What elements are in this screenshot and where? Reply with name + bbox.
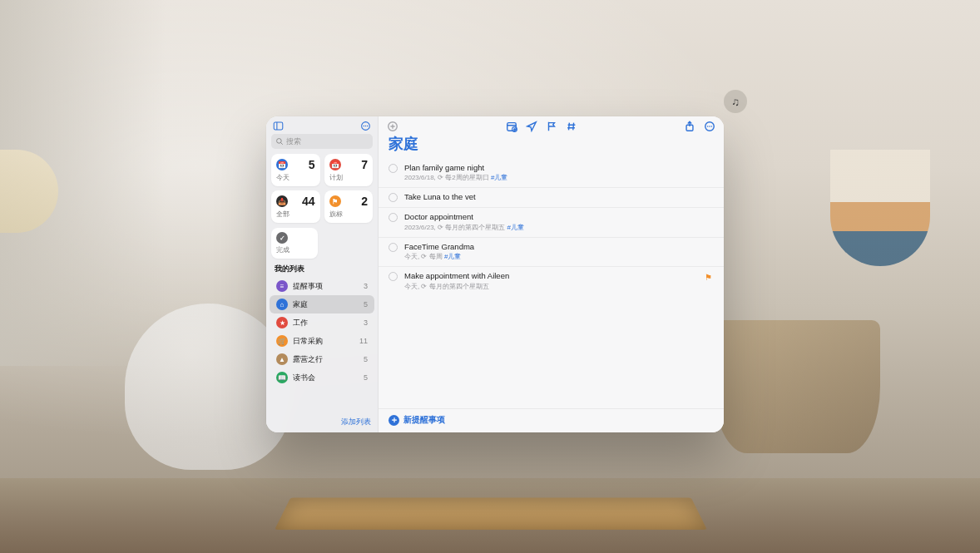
flagged-count: 2 xyxy=(361,195,368,208)
scheduled-icon: 📅 xyxy=(329,159,341,170)
reminders-icon: ≡ xyxy=(276,280,288,292)
search-input[interactable] xyxy=(271,134,373,149)
plus-icon: ＋ xyxy=(389,415,399,426)
reminders-label: 提醒事项 xyxy=(293,281,359,292)
reminders-list: Plan family game night2023/6/18, ⟳ 每2周的星… xyxy=(379,159,724,408)
list-title: 家庭 xyxy=(379,134,724,159)
camping-icon: ▲ xyxy=(276,353,288,365)
all-count: 44 xyxy=(302,195,315,208)
new-reminder-button[interactable]: ＋ 新提醒事项 xyxy=(379,408,724,432)
sidebar-item-work[interactable]: ★工作3 xyxy=(270,314,374,332)
bookclub-label: 读书会 xyxy=(293,373,359,383)
camping-label: 露营之行 xyxy=(293,354,359,365)
sidebar-item-family[interactable]: ⌂家庭5 xyxy=(270,295,374,314)
calendar-icon[interactable] xyxy=(506,121,517,132)
flagged-icon: ⚑ xyxy=(329,195,341,207)
svg-point-23 xyxy=(709,126,710,127)
flag-icon[interactable] xyxy=(546,121,557,132)
completed-label: 完成 xyxy=(276,245,313,254)
wood-chair xyxy=(714,320,880,453)
sidebar-item-groceries[interactable]: 🛒日常采购11 xyxy=(270,332,374,350)
toolbar xyxy=(379,116,724,134)
reminder-row[interactable]: Make appointment with Aileen今天, ⟳ 每月的第四个… xyxy=(379,267,724,295)
completion-circle[interactable] xyxy=(389,193,398,202)
reminder-row[interactable]: FaceTime Grandma今天, ⟳ 每周 #儿童 xyxy=(379,238,724,267)
reminders-window: 📅5今天📅7计划📥44全部⚑2旗标 ✓ 完成 我的列表 ≡提醒事项3⌂家庭5★工… xyxy=(266,116,724,432)
completion-circle[interactable] xyxy=(389,164,398,173)
svg-point-4 xyxy=(365,126,366,126)
completion-circle[interactable] xyxy=(389,272,398,281)
smart-card-scheduled[interactable]: 📅7计划 xyxy=(324,154,374,186)
completion-circle[interactable] xyxy=(389,243,398,252)
reminder-row[interactable]: Take Luna to the vet xyxy=(379,188,724,208)
sidebar-toggle-icon[interactable] xyxy=(273,121,284,131)
my-lists-header: 我的列表 xyxy=(266,264,378,277)
family-count: 5 xyxy=(364,300,368,309)
tag-icon[interactable] xyxy=(566,121,577,132)
new-reminder-label: 新提醒事项 xyxy=(403,414,445,426)
flag-icon: ⚑ xyxy=(705,273,712,282)
add-list-button[interactable]: 添加列表 xyxy=(341,417,371,426)
reminder-subtitle: 今天, ⟳ 每月的第四个星期五 xyxy=(404,282,714,291)
completed-card[interactable]: ✓ 完成 xyxy=(271,228,318,259)
reminder-row[interactable]: Plan family game night2023/6/18, ⟳ 每2周的星… xyxy=(379,159,724,188)
smart-lists-grid: 📅5今天📅7计划📥44全部⚑2旗标 xyxy=(266,154,378,228)
groceries-label: 日常采购 xyxy=(293,336,354,347)
sidebar-item-camping[interactable]: ▲露营之行5 xyxy=(270,350,374,368)
reminder-title: Make appointment with Aileen xyxy=(404,271,714,280)
completion-circle[interactable] xyxy=(389,213,398,222)
reminder-title: Plan family game night xyxy=(404,163,714,172)
main-pane: 家庭 Plan family game night2023/6/18, ⟳ 每2… xyxy=(379,116,724,432)
my-lists: ≡提醒事项3⌂家庭5★工作3🛒日常采购11▲露营之行5📖读书会5 xyxy=(266,277,378,413)
reminder-subtitle: 今天, ⟳ 每周 #儿童 xyxy=(404,252,714,261)
work-icon: ★ xyxy=(276,317,288,328)
share-icon[interactable] xyxy=(684,121,695,132)
svg-rect-0 xyxy=(274,122,283,130)
smart-card-all[interactable]: 📥44全部 xyxy=(271,190,320,223)
scheduled-label: 计划 xyxy=(329,173,369,182)
floor-rug xyxy=(275,497,707,530)
work-count: 3 xyxy=(364,318,368,327)
location-icon[interactable] xyxy=(526,121,537,132)
new-reminder-icon[interactable] xyxy=(387,121,398,132)
today-count: 5 xyxy=(309,158,315,171)
svg-point-22 xyxy=(707,126,709,127)
bookclub-count: 5 xyxy=(364,373,368,382)
svg-line-15 xyxy=(568,123,569,131)
groceries-count: 11 xyxy=(359,337,368,345)
reminder-subtitle: 2023/6/18, ⟳ 每2周的星期日 #儿童 xyxy=(404,173,714,182)
reminder-subtitle: 2023/6/23, ⟳ 每月的第四个星期五 #儿童 xyxy=(404,223,714,232)
work-label: 工作 xyxy=(293,318,359,328)
scheduled-count: 7 xyxy=(361,158,368,171)
svg-point-24 xyxy=(711,126,713,127)
today-icon: 📅 xyxy=(276,159,288,170)
reminder-row[interactable]: Doctor appointment2023/6/23, ⟳ 每月的第四个星期五… xyxy=(379,208,724,237)
more-ellipsis-icon[interactable] xyxy=(360,121,371,131)
svg-point-5 xyxy=(367,126,368,126)
smart-card-flagged[interactable]: ⚑2旗标 xyxy=(324,190,374,223)
svg-line-16 xyxy=(572,123,573,131)
more-icon[interactable] xyxy=(704,121,715,132)
flagged-label: 旗标 xyxy=(329,210,369,219)
reminder-title: Doctor appointment xyxy=(404,212,714,221)
smart-card-today[interactable]: 📅5今天 xyxy=(271,154,320,186)
reminders-count: 3 xyxy=(364,282,368,290)
reminder-title: Take Luna to the vet xyxy=(404,192,714,201)
svg-point-3 xyxy=(364,126,364,126)
camping-count: 5 xyxy=(364,355,368,363)
all-icon: 📥 xyxy=(276,195,288,207)
all-label: 全部 xyxy=(276,210,315,219)
family-icon: ⌂ xyxy=(276,299,288,310)
check-icon: ✓ xyxy=(276,232,288,244)
today-label: 今天 xyxy=(276,173,315,182)
wall-tapestry xyxy=(830,150,930,266)
family-label: 家庭 xyxy=(293,299,359,310)
sidebar-item-bookclub[interactable]: 📖读书会5 xyxy=(270,368,374,387)
groceries-icon: 🛒 xyxy=(276,335,288,347)
reminder-title: FaceTime Grandma xyxy=(404,242,714,251)
spatial-audio-button[interactable]: ♫ xyxy=(724,90,747,113)
sidebar: 📅5今天📅7计划📥44全部⚑2旗标 ✓ 完成 我的列表 ≡提醒事项3⌂家庭5★工… xyxy=(266,116,379,432)
sidebar-item-reminders[interactable]: ≡提醒事项3 xyxy=(270,277,374,295)
bookclub-icon: 📖 xyxy=(276,372,288,383)
